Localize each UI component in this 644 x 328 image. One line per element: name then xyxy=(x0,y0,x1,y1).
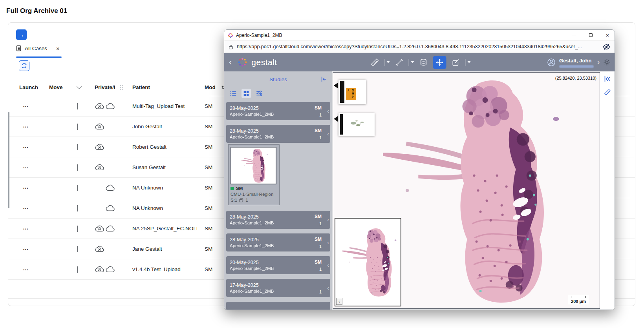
header-move: Move xyxy=(49,84,77,90)
viewer-header: ‹ gestalt xyxy=(224,53,615,71)
expand-right-panel-icon[interactable] xyxy=(604,75,611,83)
tab-close-icon[interactable]: × xyxy=(56,45,60,52)
scrollbar-thumb[interactable] xyxy=(8,112,9,208)
card-collapse-icon[interactable]: ‹ xyxy=(327,108,329,114)
pan-tool[interactable] xyxy=(433,56,446,69)
study-card[interactable]: 28-May-2025 Aperio-Sample1_2MB SM 1 ‹ xyxy=(226,211,330,229)
study-card-partial[interactable] xyxy=(226,302,330,310)
go-button[interactable]: → xyxy=(16,29,27,40)
row-menu-button[interactable]: ••• xyxy=(23,166,29,170)
macro-slide-thumbnail[interactable] xyxy=(338,113,375,136)
column-handle-icon[interactable] xyxy=(119,84,123,90)
row-menu-button[interactable]: ••• xyxy=(23,125,29,129)
chevron-down-icon xyxy=(387,61,390,63)
chevron-down-icon[interactable] xyxy=(77,205,78,211)
row-menu-button[interactable]: ••• xyxy=(23,207,29,211)
row-menu-button[interactable]: ••• xyxy=(23,146,29,149)
study-card[interactable]: 20-May-2025 Aperio-Sample1_2MB SM 1 ‹ xyxy=(226,256,330,274)
chevron-down-icon[interactable] xyxy=(77,226,78,232)
forward-chevron-icon[interactable]: › xyxy=(597,58,600,66)
study-count: 1 xyxy=(319,113,322,117)
measure-panel-icon[interactable] xyxy=(604,89,611,96)
collapse-panel-icon[interactable] xyxy=(320,76,327,83)
row-menu-button[interactable]: ••• xyxy=(23,105,29,109)
user-menu[interactable]: Gestalt, John › xyxy=(547,57,611,68)
study-card[interactable]: 17-May-2025 Aperio-Sample1_2MB 1 ‹ xyxy=(226,279,330,297)
annotate-tool[interactable] xyxy=(449,56,463,69)
overview-inset[interactable]: ‹ xyxy=(335,218,401,306)
card-collapse-icon[interactable]: ‹ xyxy=(327,131,329,137)
row-menu-button[interactable]: ••• xyxy=(23,268,29,272)
grid-view-button[interactable] xyxy=(242,89,251,98)
chevron-down-icon[interactable] xyxy=(77,246,78,252)
study-card[interactable]: 28-May-2025 Aperio-Sample1_2MB SM 1 ‹ xyxy=(226,233,330,251)
ruler-tool-dropdown[interactable] xyxy=(384,59,390,66)
chevron-down-icon[interactable] xyxy=(77,164,78,171)
slide-canvas[interactable]: CMU-1 (25.82420, xyxy=(333,72,600,309)
study-description: Aperio-Sample1_2MB xyxy=(230,266,274,271)
study-modality: SM xyxy=(315,105,322,111)
studies-title[interactable]: Studies xyxy=(269,77,287,82)
study-count: 1 xyxy=(319,267,322,272)
view-toggles xyxy=(224,87,332,100)
card-collapse-icon[interactable]: ‹ xyxy=(327,239,329,246)
annotate-tool-dropdown[interactable] xyxy=(465,59,471,66)
series-s-label: S:1 xyxy=(231,198,237,202)
eye-off-icon[interactable] xyxy=(602,43,611,51)
slide-label-text: CMU-1 xyxy=(348,89,355,99)
chevron-down-icon[interactable] xyxy=(77,103,78,109)
study-description: Aperio-Sample1_2MB xyxy=(230,112,274,117)
minimize-button[interactable] xyxy=(567,30,581,40)
chevron-down-icon[interactable] xyxy=(77,185,78,191)
back-button[interactable]: ‹ xyxy=(229,58,232,67)
series-thumbnail-image[interactable] xyxy=(231,147,276,184)
label-slide-thumbnail[interactable]: CMU-1 xyxy=(338,80,366,104)
study-card[interactable]: 28-May-2025 Aperio-Sample1_2MB SM 1 ‹ xyxy=(226,125,330,143)
card-collapse-icon[interactable]: ‹ xyxy=(327,217,329,223)
annotate-pencil-icon xyxy=(452,58,460,67)
active-tab-underline xyxy=(16,56,62,58)
viewer-window: Aperio-Sample1_2MB × https://app.poc1.ge… xyxy=(224,29,615,310)
desktop: Full Org Archive 01 → All Cases × Laun xyxy=(0,0,644,328)
close-button[interactable]: × xyxy=(600,30,615,40)
inset-collapse-button[interactable]: ‹ xyxy=(336,298,342,305)
study-card[interactable]: 28-May-2025 Aperio-Sample1_2MB SM 1 ‹ xyxy=(226,102,330,120)
measure-ruler-tool[interactable] xyxy=(368,56,382,69)
gear-icon[interactable] xyxy=(603,58,611,66)
window-titlebar[interactable]: Aperio-Sample1_2MB × xyxy=(224,30,615,40)
maximize-button[interactable] xyxy=(584,30,598,40)
study-date: 17-May-2025 xyxy=(230,282,274,288)
measure-line-tool[interactable] xyxy=(393,56,406,69)
chevron-down-icon[interactable] xyxy=(77,144,78,150)
study-modality: SM xyxy=(315,128,322,133)
chevron-down-icon[interactable] xyxy=(77,124,78,130)
card-collapse-icon[interactable]: ‹ xyxy=(327,262,329,268)
line-tool-dropdown[interactable] xyxy=(409,59,414,66)
status-dot xyxy=(231,187,234,190)
chevron-down-icon[interactable] xyxy=(77,266,78,273)
studies-panel: Studies xyxy=(224,71,332,310)
refresh-button[interactable] xyxy=(19,60,29,71)
brand-wordmark: gestalt xyxy=(251,58,277,67)
overview-tissue-image xyxy=(335,219,401,306)
row-menu-button[interactable]: ••• xyxy=(23,186,29,190)
canvas-column: CMU-1 (25.82420, xyxy=(332,71,600,310)
cloud-user-icon xyxy=(95,266,105,273)
url-input[interactable]: https://app.poc1.gestaltcloud.com/viewer… xyxy=(237,44,599,49)
layers-tool[interactable] xyxy=(417,56,430,69)
divider xyxy=(384,59,385,66)
row-menu-button[interactable]: ••• xyxy=(23,227,29,231)
filter-settings-button[interactable] xyxy=(254,89,264,98)
list-view-button[interactable] xyxy=(229,89,238,98)
series-thumbnail-card[interactable]: SM CMU-1-Small-Region S:1 1 xyxy=(228,144,280,205)
study-date: 28-May-2025 xyxy=(230,106,274,111)
card-collapse-icon[interactable]: ‹ xyxy=(327,285,329,291)
studies-header: Studies xyxy=(224,71,332,87)
study-card-list: 28-May-2025 Aperio-Sample1_2MB SM 1 ‹ 28… xyxy=(224,100,332,310)
patient-name: John Gestalt xyxy=(132,124,197,129)
header-expand[interactable] xyxy=(77,86,95,88)
tab-all-cases[interactable]: All Cases × xyxy=(16,42,60,54)
row-menu-button[interactable]: ••• xyxy=(23,248,29,251)
user-subtitle-blur xyxy=(559,65,594,68)
pan-move-icon xyxy=(435,58,444,67)
